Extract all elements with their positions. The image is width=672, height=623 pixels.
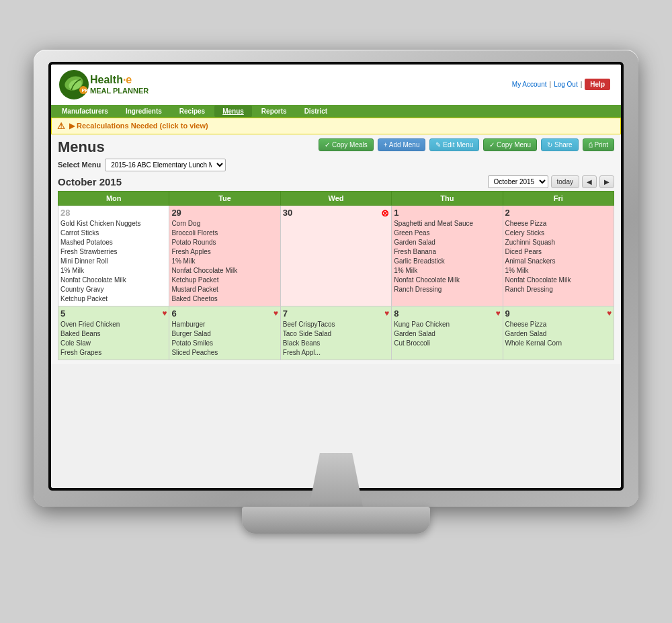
- day-num-7: 7 ♥: [283, 308, 389, 319]
- meal-item: Cheese Pizza: [505, 320, 612, 329]
- day-num-8: 8 ♥: [394, 308, 500, 319]
- month-select[interactable]: October 2015: [488, 175, 548, 188]
- calendar-cell-7[interactable]: 7 ♥ Beef CrispyTacos Taco Side Salad Bla…: [280, 306, 391, 360]
- meal-item: Fresh Strawberries: [60, 247, 167, 257]
- logo-health-e: Health·e: [90, 73, 149, 86]
- copy-meals-button[interactable]: ✓ Copy Meals: [319, 138, 374, 151]
- calendar-cell-28[interactable]: 28 Gold Kist Chicken Nuggets Carrot Stic…: [58, 205, 169, 306]
- meal-item: Fresh Banana: [394, 247, 500, 257]
- meal-item: 1% Milk: [171, 257, 278, 266]
- calendar-cell-29[interactable]: 29 Corn Dog Broccoli Florets Potato Roun…: [169, 205, 280, 306]
- meal-item-cole-slaw: Cole Slaw: [60, 339, 167, 348]
- heart-icon-7: ♥: [384, 308, 389, 318]
- nav-container: Manufacturers Ingredients Recipes Menus …: [51, 105, 621, 118]
- calendar-cell-5[interactable]: 5 ♥ Oven Fried Chicken Baked Beans Cole …: [58, 306, 169, 360]
- calendar-cell-6[interactable]: 6 ♥ Hamburger Burger Salad Potato Smiles…: [169, 306, 280, 360]
- nav-ingredients[interactable]: Ingredients: [118, 106, 170, 117]
- nav-row-1: Manufacturers Ingredients Recipes Menus …: [51, 105, 621, 118]
- heart-icon-6: ♥: [274, 308, 278, 318]
- monitor-screen: PRO Health·e MEAL PLANNER My Account: [51, 65, 621, 488]
- meal-item: Garden Salad: [394, 329, 500, 339]
- print-button[interactable]: ⎙ Print: [583, 138, 614, 151]
- logo-text: Health·e MEAL PLANNER: [90, 73, 149, 95]
- alert-bar[interactable]: ⚠ ▶ Recalculations Needed (click to view…: [51, 118, 621, 134]
- menu-select-dropdown[interactable]: 2015-16 ABC Elementary Lunch Menu: [105, 159, 226, 171]
- alert-dot-30: ⊗: [381, 208, 389, 218]
- day-num-1: 1: [394, 208, 500, 218]
- calendar-week-2: 5 ♥ Oven Fried Chicken Baked Beans Cole …: [58, 306, 614, 360]
- calendar-cell-8[interactable]: 8 ♥ Kung Pao Chicken Garden Salad Cut Br…: [392, 306, 503, 360]
- log-out-link[interactable]: Log Out: [554, 81, 578, 88]
- meal-item: Potato Smiles: [171, 339, 278, 348]
- meal-item: Broccoli Florets: [171, 229, 278, 238]
- calendar-header-row: Mon Tue Wed Thu Fri: [58, 191, 614, 205]
- alert-text: ▶ Recalculations Needed (click to view): [69, 122, 208, 130]
- nav-recipes[interactable]: Recipes: [171, 106, 213, 117]
- col-tue: Tue: [169, 191, 280, 205]
- meal-item: Nonfat Chocolate Milk: [505, 276, 612, 285]
- help-button[interactable]: Help: [585, 79, 610, 90]
- logo-area: PRO Health·e MEAL PLANNER: [58, 69, 149, 101]
- meal-item: Fresh Apples: [171, 247, 278, 257]
- meal-item: 1% Milk: [394, 266, 500, 276]
- meal-item: Nonfat Chocolate Milk: [171, 266, 278, 276]
- toolbar-row: ✓ Copy Meals + Add Menu ✎ Edit Menu ✓ Co…: [319, 138, 614, 151]
- copy-menu-button[interactable]: ✓ Copy Menu: [483, 138, 537, 151]
- nav-manufacturers[interactable]: Manufacturers: [54, 106, 116, 117]
- heart-icon-8: ♥: [495, 308, 500, 318]
- calendar-cell-30[interactable]: 30 ⊗: [280, 205, 391, 306]
- next-button[interactable]: ▶: [599, 175, 614, 188]
- meal-item: Taco Side Salad: [283, 329, 389, 339]
- logo-meal-planner: MEAL PLANNER: [90, 87, 149, 95]
- calendar-cell-2[interactable]: 2 Cheese Pizza Celery Sticks Zuchinni Sq…: [503, 205, 614, 306]
- meal-item-country-gravy: Country Gravy: [60, 285, 167, 294]
- calendar-week-1: 28 Gold Kist Chicken Nuggets Carrot Stic…: [58, 205, 614, 306]
- meal-item: Mustard Packet: [171, 285, 278, 294]
- meal-item: Cheese Pizza: [505, 219, 612, 229]
- account-separator: |: [550, 81, 552, 88]
- meal-item: Carrot Sticks: [60, 229, 167, 238]
- my-account-link[interactable]: My Account: [512, 81, 547, 88]
- add-menu-button[interactable]: + Add Menu: [378, 138, 426, 151]
- meal-item: Gold Kist Chicken Nuggets: [60, 219, 167, 229]
- meal-item: Burger Salad: [171, 329, 278, 339]
- nav-reports[interactable]: Reports: [253, 106, 295, 117]
- cal-nav-right: October 2015 today ◀ ▶: [488, 175, 614, 188]
- account-separator2: |: [581, 81, 583, 88]
- meal-item: Ketchup Packet: [60, 294, 167, 304]
- day-num-5: 5 ♥: [60, 308, 167, 319]
- share-button[interactable]: ↻ Share: [541, 138, 578, 151]
- meal-item: Nonfat Chocolate Milk: [60, 276, 167, 285]
- meal-item: Fresh Grapes: [60, 348, 167, 358]
- monitor: PRO Health·e MEAL PLANNER My Account: [34, 50, 638, 574]
- day-num-28: 28: [60, 208, 167, 218]
- calendar-cell-1[interactable]: 1 Spaghetti and Meat Sauce Green Peas Ga…: [392, 205, 503, 306]
- alert-warning-icon: ⚠: [57, 121, 65, 131]
- nav-menus[interactable]: Menus: [214, 106, 252, 117]
- meal-item: Garden Salad: [505, 329, 612, 339]
- today-button[interactable]: today: [551, 175, 579, 188]
- account-links: My Account | Log Out | Help: [508, 77, 614, 91]
- meal-item: Nonfat Chocolate Milk: [394, 276, 500, 285]
- calendar-toolbar: October 2015 October 2015 today ◀ ▶: [58, 175, 614, 188]
- calendar-table: Mon Tue Wed Thu Fri: [58, 191, 614, 360]
- meal-item: 1% Milk: [505, 266, 612, 276]
- nav-district[interactable]: District: [296, 106, 335, 117]
- calendar-cell-9[interactable]: 9 ♥ Cheese Pizza Garden Salad Whole Kern…: [503, 306, 614, 360]
- prev-button[interactable]: ◀: [582, 175, 597, 188]
- edit-menu-button[interactable]: ✎ Edit Menu: [429, 138, 479, 151]
- page-title: Menus: [58, 138, 105, 156]
- meal-item: Whole Kernal Corn: [505, 339, 612, 348]
- day-num-6: 6 ♥: [171, 308, 278, 319]
- logo-bar: PRO Health·e MEAL PLANNER My Account: [51, 65, 621, 105]
- meal-item: Zuchinni Squash: [505, 238, 612, 247]
- meal-item: Garlic Breadstick: [394, 257, 500, 266]
- meal-item: Beef CrispyTacos: [283, 320, 389, 329]
- meal-item: Fresh Appl...: [283, 348, 389, 358]
- meal-item: Mini Dinner Roll: [60, 257, 167, 266]
- day-num-2: 2: [505, 208, 612, 218]
- monitor-bezel: PRO Health·e MEAL PLANNER My Account: [34, 50, 638, 507]
- logo-e-dot: ·e: [123, 74, 132, 85]
- monitor-base: [242, 507, 430, 534]
- app-logo-icon: PRO: [58, 69, 90, 101]
